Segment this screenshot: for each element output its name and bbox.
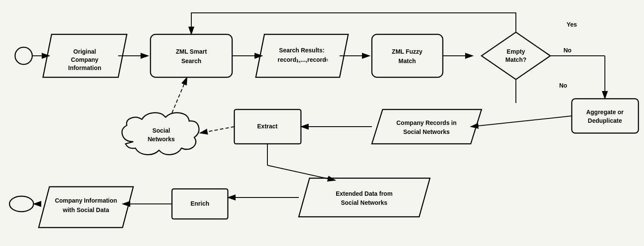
- no-label-text: No: [564, 47, 572, 54]
- empty-match-label2: Match?: [506, 56, 527, 63]
- company-social-label2: with Social Data: [62, 207, 109, 213]
- zml-fuzzy-label2: Match: [399, 58, 416, 64]
- no-label: No: [559, 82, 567, 89]
- aggregate-label1: Aggregate or: [586, 109, 624, 115]
- enrich-label: Enrich: [190, 200, 209, 207]
- original-company-label3: Information: [68, 64, 101, 71]
- extract-label: Extract: [257, 123, 278, 130]
- empty-match-label1: Empty: [507, 48, 525, 55]
- social-networks-label2: Networks: [147, 136, 175, 143]
- aggregate-label2: Deduplicate: [588, 117, 622, 124]
- original-company-label: Original: [74, 48, 96, 55]
- zml-smart-search-label1: ZML Smart: [176, 48, 207, 55]
- company-records-label1: Company Records in: [396, 119, 457, 126]
- search-results-label1: Search Results:: [279, 47, 325, 54]
- search-results-sub: n: [325, 57, 328, 62]
- extended-data-label1: Extended Data from: [336, 190, 393, 197]
- company-records-label2: Social Networks: [403, 128, 450, 135]
- zml-fuzzy-label1: ZML Fuzzy: [392, 48, 423, 55]
- social-networks-label1: Social: [152, 127, 170, 134]
- extended-data-label2: Social Networks: [341, 199, 387, 206]
- yes-label: Yes: [567, 21, 577, 28]
- original-company-label2: Company: [71, 56, 98, 63]
- search-results-label2: record₁,...,record: [278, 56, 326, 63]
- zml-smart-search-label2: Search: [181, 58, 202, 64]
- company-social-label1: Company Information: [55, 197, 117, 204]
